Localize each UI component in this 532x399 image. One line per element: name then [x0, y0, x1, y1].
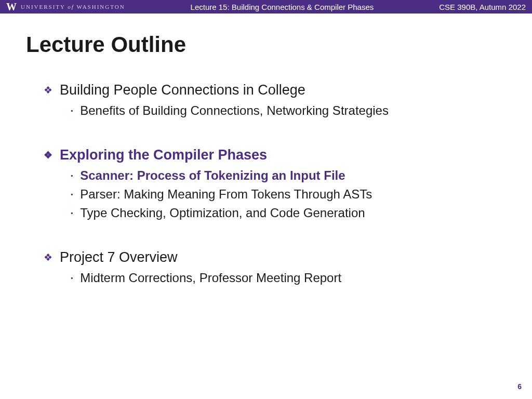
header-left: W UNIVERSITY of WASHINGTON	[6, 2, 125, 12]
outline-heading-text: Exploring the Compiler Phases	[60, 147, 267, 163]
uw-logo-icon: W	[6, 2, 17, 12]
outline-subitem-text: Midterm Corrections, Professor Meeting R…	[80, 271, 341, 285]
outline-heading-text: Project 7 Overview	[60, 249, 178, 265]
university-name: UNIVERSITY of WASHINGTON	[21, 4, 125, 10]
diamond-bullet-icon: ❖	[44, 85, 52, 95]
outline-section-1: ❖ Building People Connections in College…	[26, 82, 506, 118]
diamond-bullet-icon: ❖	[44, 150, 52, 160]
outline-section-2: ❖ Exploring the Compiler Phases ▪ Scanne…	[26, 147, 506, 220]
diamond-bullet-icon: ❖	[44, 252, 52, 262]
outline-subitem: ▪ Midterm Corrections, Professor Meeting…	[26, 271, 506, 285]
outline-heading: ❖ Project 7 Overview	[26, 249, 506, 265]
square-bullet-icon: ▪	[71, 210, 73, 216]
outline-subitem-text: Parser: Making Meaning From Tokens Throu…	[80, 187, 372, 202]
university-of: of	[68, 4, 74, 10]
square-bullet-icon: ▪	[71, 108, 73, 114]
outline-subitem-text: Benefits of Building Connections, Networ…	[80, 103, 389, 118]
outline-section-3: ❖ Project 7 Overview ▪ Midterm Correctio…	[26, 249, 506, 285]
outline-subitem: ▪ Type Checking, Optimization, and Code …	[26, 206, 506, 220]
slide-title: Lecture Outline	[26, 32, 506, 57]
outline-subitem: ▪ Parser: Making Meaning From Tokens Thr…	[26, 187, 506, 202]
outline-subitem-text: Type Checking, Optimization, and Code Ge…	[80, 206, 365, 220]
outline-subitem-text: Scanner: Process of Tokenizing an Input …	[80, 168, 345, 183]
square-bullet-icon: ▪	[71, 172, 73, 179]
square-bullet-icon: ▪	[71, 275, 73, 281]
page-number: 6	[517, 382, 522, 391]
outline-heading-text: Building People Connections in College	[60, 82, 305, 98]
lecture-title: Lecture 15: Building Connections & Compi…	[125, 3, 440, 11]
square-bullet-icon: ▪	[71, 191, 73, 197]
university-pre: UNIVERSITY	[21, 4, 65, 10]
course-label: CSE 390B, Autumn 2022	[439, 3, 526, 11]
outline-heading: ❖ Building People Connections in College	[26, 82, 506, 98]
outline-subitem: ▪ Benefits of Building Connections, Netw…	[26, 103, 506, 118]
slide-content: Lecture Outline ❖ Building People Connec…	[0, 14, 532, 285]
university-post: WASHINGTON	[76, 4, 125, 10]
outline-heading: ❖ Exploring the Compiler Phases	[26, 147, 506, 163]
header-bar: W UNIVERSITY of WASHINGTON Lecture 15: B…	[0, 0, 532, 14]
outline-subitem: ▪ Scanner: Process of Tokenizing an Inpu…	[26, 168, 506, 183]
